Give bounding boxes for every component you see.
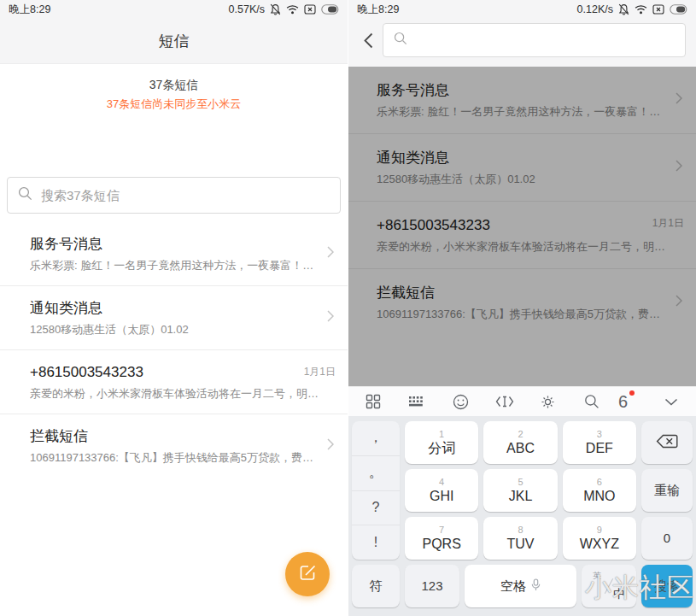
key-9[interactable]: 9 WXYZ xyxy=(563,517,636,560)
candidate-count-badge[interactable]: 6 xyxy=(618,391,635,412)
key-label: MNO xyxy=(583,488,615,505)
mute-icon xyxy=(618,3,629,15)
key-comma[interactable]: ， xyxy=(352,421,400,455)
key-language-toggle[interactable]: 英 中 xyxy=(582,565,636,607)
key-symbols[interactable]: 符 xyxy=(352,565,400,607)
key-label: TUV xyxy=(506,536,534,553)
conversation-preview: 10691197133766:【飞凡】携手快钱给最高5万贷款，费… xyxy=(30,450,319,466)
key-label: 符 xyxy=(370,578,383,595)
search-bar[interactable] xyxy=(7,177,341,214)
sms-count-text: 37条短信 xyxy=(0,76,348,93)
search-field[interactable] xyxy=(383,23,686,57)
key-backspace[interactable] xyxy=(641,421,693,464)
screenshot-pair: 晚上8:29 0.57K/s 短信 37条短信 37条短信尚未同步至小米云 服务… xyxy=(0,0,696,616)
conversation-title: +8615003543233 xyxy=(30,362,319,382)
network-speed-text: 0.12K/s xyxy=(577,3,613,15)
sms-list-screen: 晚上8:29 0.57K/s 短信 37条短信 37条短信尚未同步至小米云 服务… xyxy=(0,0,348,616)
key-period[interactable]: 。 xyxy=(352,455,400,490)
notification-dot xyxy=(629,390,635,396)
key-5[interactable]: 5 JKL xyxy=(483,469,557,512)
conversation-row-number[interactable]: +8615003543233 亲爱的米粉，小米米家滑板车体验活动将在一月二号，明… xyxy=(0,349,348,414)
key-3[interactable]: 3 DEF xyxy=(563,421,636,464)
key-label: 搜索 xyxy=(654,578,680,595)
lang-zh-label: 中 xyxy=(613,587,625,602)
battery-icon xyxy=(321,4,339,15)
sim-error-icon xyxy=(652,4,664,15)
key-8[interactable]: 8 TUV xyxy=(483,517,557,560)
key-label: PQRS xyxy=(422,536,460,553)
compose-icon xyxy=(299,564,317,585)
t9-keyboard: ， 。 ? ! 1 分词 2 ABC 3 DEF xyxy=(348,416,696,616)
network-speed-text: 0.57K/s xyxy=(229,3,265,15)
lang-en-label: 英 xyxy=(593,570,601,582)
key-label: 123 xyxy=(421,578,442,595)
chevron-right-icon xyxy=(327,310,334,326)
conversation-title: 拦截短信 xyxy=(30,426,319,446)
chevron-right-icon xyxy=(327,246,334,261)
punctuation-column: ， 。 ? ! xyxy=(352,421,400,560)
key-exclaim[interactable]: ! xyxy=(352,525,400,560)
key-digit: 6 xyxy=(597,477,602,488)
conversation-preview: 乐米彩票: 脸红！一名男子竟然用这种方法，一夜暴富！… xyxy=(30,258,319,273)
sim-error-icon xyxy=(304,4,316,15)
clock-text: 晚上8:29 xyxy=(9,3,50,17)
key-label: ABC xyxy=(506,440,535,457)
search-input[interactable] xyxy=(41,188,330,202)
mute-icon xyxy=(270,3,281,15)
key-label: JKL xyxy=(509,488,533,505)
key-digit: 8 xyxy=(518,525,523,536)
search-icon xyxy=(18,186,32,204)
key-question[interactable]: ? xyxy=(352,490,400,525)
cloud-sync-notice[interactable]: 37条短信尚未同步至小米云 xyxy=(0,96,348,112)
key-search-action[interactable]: 搜索 xyxy=(641,565,693,607)
key-label: 0 xyxy=(664,530,670,547)
emoji-icon[interactable] xyxy=(447,390,473,414)
left-header: 晚上8:29 0.57K/s 短信 xyxy=(0,0,348,64)
key-label: 分词 xyxy=(428,440,455,457)
key-6[interactable]: 6 MNO xyxy=(563,469,636,512)
candidate-count: 6 xyxy=(618,391,628,412)
sms-search-screen: 晚上8:29 0.12K/s 服务号消息 xyxy=(348,0,696,616)
battery-icon xyxy=(670,4,687,15)
back-button[interactable] xyxy=(354,23,383,57)
ime-settings-gear-icon[interactable] xyxy=(535,390,561,414)
search-header xyxy=(348,19,696,67)
conversation-preview: 亲爱的米粉，小米米家滑板车体验活动将在一月二号，明… xyxy=(30,386,319,402)
key-space[interactable]: 空格 xyxy=(465,565,576,607)
key-label: WXYZ xyxy=(580,536,619,553)
page-title: 短信 xyxy=(0,19,348,63)
key-4[interactable]: 4 GHI xyxy=(405,469,478,512)
conversation-title: 通知类消息 xyxy=(30,298,319,318)
wifi-icon xyxy=(286,4,299,15)
chevron-right-icon xyxy=(327,438,334,454)
sms-summary: 37条短信 37条短信尚未同步至小米云 xyxy=(0,76,348,112)
key-digit: 4 xyxy=(439,477,444,488)
lang-slash xyxy=(605,578,613,594)
key-2[interactable]: 2 ABC xyxy=(483,421,557,464)
key-numeric-mode[interactable]: 123 xyxy=(405,565,459,607)
key-label: 空格 xyxy=(500,578,526,595)
ime-keyboard-layout-icon[interactable] xyxy=(404,390,430,414)
key-digit: 3 xyxy=(597,429,602,440)
key-digit: 1 xyxy=(439,429,444,440)
wifi-icon xyxy=(635,4,647,15)
search-input[interactable] xyxy=(415,33,675,48)
compose-button[interactable] xyxy=(285,552,330,596)
dim-overlay[interactable] xyxy=(348,67,696,386)
left-status-bar: 晚上8:29 0.57K/s xyxy=(0,0,348,19)
key-0[interactable]: 0 xyxy=(641,517,693,560)
conversation-row-blocked[interactable]: 拦截短信 10691197133766:【飞凡】携手快钱给最高5万贷款，费… xyxy=(0,414,348,478)
key-redo[interactable]: 重输 xyxy=(641,469,693,512)
text-cursor-icon[interactable] xyxy=(492,390,518,414)
key-7[interactable]: 7 PQRS xyxy=(405,517,478,560)
keyboard-collapse-icon[interactable] xyxy=(658,390,684,414)
key-1[interactable]: 1 分词 xyxy=(405,421,478,464)
key-label: GHI xyxy=(430,488,453,505)
microphone-icon xyxy=(531,578,541,595)
ime-search-icon[interactable] xyxy=(579,390,605,414)
ime-apps-grid-icon[interactable] xyxy=(360,390,386,414)
conversation-row-service[interactable]: 服务号消息 乐米彩票: 脸红！一名男子竟然用这种方法，一夜暴富！… xyxy=(0,222,348,285)
right-header: 晚上8:29 0.12K/s xyxy=(348,0,696,67)
conversation-row-notification[interactable]: 通知类消息 12580移动惠生活（太原）01.02 xyxy=(0,285,348,349)
conversation-list: 服务号消息 乐米彩票: 脸红！一名男子竟然用这种方法，一夜暴富！… 通知类消息 … xyxy=(0,222,348,478)
